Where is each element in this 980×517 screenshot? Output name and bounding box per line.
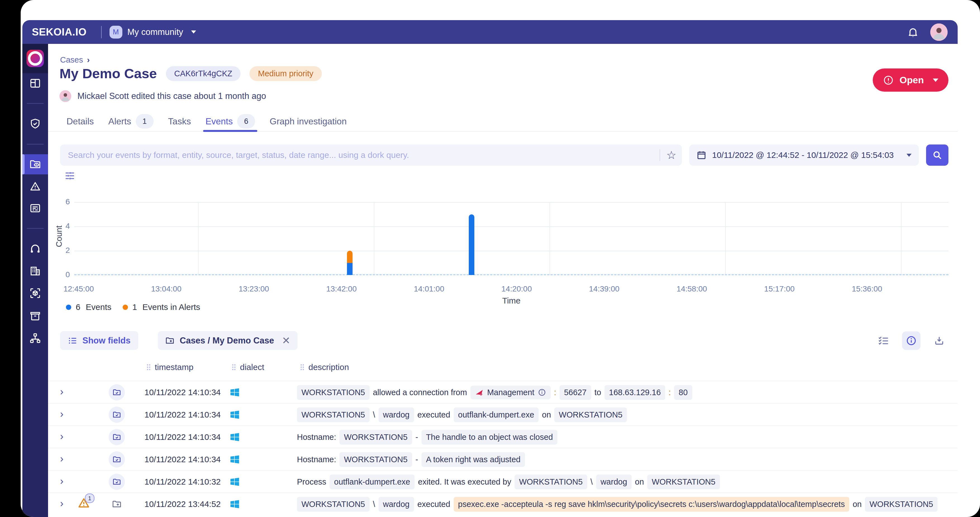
priority-badge: Medium priority — [250, 66, 321, 81]
notifications-bell-icon[interactable] — [907, 26, 919, 38]
editor-avatar — [59, 90, 71, 102]
event-field-chip[interactable]: WORKSTATION5 — [297, 497, 370, 512]
event-field-chip[interactable]: WORKSTATION5 — [297, 407, 370, 422]
add-to-case-folder-icon[interactable] — [112, 499, 122, 509]
chart-legend: 6 Events 1 Events in Alerts — [66, 302, 200, 312]
sidebar-item-organization[interactable] — [22, 261, 48, 281]
entity-chip[interactable]: Management — [471, 386, 550, 399]
select-events-button[interactable] — [874, 332, 892, 350]
export-events-button[interactable] — [930, 332, 948, 350]
event-field-chip[interactable]: WORKSTATION5 — [554, 407, 627, 422]
description-text: to — [595, 388, 601, 397]
event-field-chip[interactable]: WORKSTATION5 — [339, 430, 412, 445]
table-row[interactable]: › 10/11/2022 14:10:34 WORKSTATION5allowe… — [48, 381, 958, 404]
tab-events-active[interactable]: Events6 — [205, 112, 255, 131]
event-field-chip[interactable]: wardog — [379, 407, 414, 422]
chart-filter-button[interactable] — [64, 170, 75, 181]
date-range-picker[interactable]: 10/11/2022 @ 12:44:52 - 10/11/2022 @ 15:… — [689, 145, 919, 166]
sidebar-item-intelligence[interactable] — [22, 114, 48, 134]
favorite-star-icon[interactable]: ☆ — [666, 150, 676, 161]
event-field-chip[interactable]: WORKSTATION5 — [339, 452, 412, 467]
user-avatar[interactable] — [930, 24, 948, 41]
expand-row-chevron[interactable]: › — [60, 499, 64, 509]
x-axis-baseline — [74, 274, 948, 275]
drag-handle-icon[interactable] — [300, 364, 304, 370]
search-input[interactable] — [67, 150, 654, 160]
community-avatar: M — [110, 26, 123, 38]
sidebar-item-rules[interactable] — [22, 198, 48, 218]
headset-icon — [29, 243, 41, 255]
column-header-description[interactable]: description — [300, 362, 349, 372]
highlighted-command-chip[interactable]: psexec.exe -accepteula -s reg save hklm\… — [454, 497, 850, 512]
drag-handle-icon[interactable] — [146, 364, 151, 370]
event-field-chip[interactable]: outflank-dumpert.exe — [454, 407, 539, 422]
scope-filter-label: Cases / My Demo Case — [180, 336, 274, 346]
search-divider — [660, 149, 660, 161]
event-field-chip[interactable]: outflank-dumpert.exe — [329, 474, 415, 489]
expand-row-chevron[interactable]: › — [60, 431, 64, 442]
column-header-dialect[interactable]: dialect — [232, 362, 264, 372]
breadcrumb-cases-link[interactable]: Cases — [60, 55, 83, 65]
event-field-chip[interactable]: WORKSTATION5 — [515, 474, 587, 489]
chart-bar-13:44[interactable] — [347, 251, 353, 275]
event-field-chip[interactable]: 168.63.129.16 — [605, 385, 665, 400]
description-text: : — [668, 388, 671, 397]
table-row[interactable]: › 10/11/2022 14:10:34 Hostname:WORKSTATI… — [48, 448, 958, 471]
alert-triangle-icon — [29, 180, 41, 193]
sekoia-o-logo[interactable] — [27, 50, 44, 67]
event-field-chip[interactable]: The handle to an object was closed — [422, 430, 558, 445]
community-selector[interactable]: M My community — [110, 26, 196, 38]
table-row[interactable]: › 10/11/2022 14:10:34 Hostname:WORKSTATI… — [48, 425, 958, 448]
event-field-chip[interactable]: WORKSTATION5 — [297, 385, 370, 400]
scope-filter-chip[interactable]: Cases / My Demo Case ✕ — [158, 331, 298, 350]
legend-events[interactable]: 6 Events — [66, 302, 111, 312]
sidebar-item-archive[interactable] — [22, 306, 48, 326]
event-field-chip[interactable]: wardog — [596, 474, 632, 489]
event-field-chip[interactable]: WORKSTATION5 — [647, 474, 720, 489]
alert-warning-icon[interactable]: 1 — [77, 496, 93, 512]
drag-handle-icon[interactable] — [232, 364, 236, 370]
search-submit-button[interactable] — [926, 145, 948, 166]
expand-row-chevron[interactable]: › — [60, 409, 64, 419]
close-icon[interactable]: ✕ — [282, 336, 290, 346]
event-field-chip[interactable]: A token right was adjusted — [422, 452, 525, 467]
x-tick: 13:23:00 — [239, 284, 269, 294]
legend-events-in-alerts[interactable]: 1 Events in Alerts — [123, 302, 200, 312]
expand-row-chevron[interactable]: › — [60, 387, 64, 397]
sidebar-item-alerts[interactable] — [22, 176, 48, 196]
tab-details[interactable]: Details — [67, 112, 94, 131]
case-folder-icon — [109, 429, 125, 445]
case-folder-icon — [109, 451, 125, 468]
table-row[interactable]: › 10/11/2022 14:10:34 WORKSTATION5\wardo… — [48, 403, 958, 426]
tab-alerts[interactable]: Alerts1 — [108, 112, 154, 131]
events-count-badge: 6 — [237, 114, 255, 129]
sidebar-item-cases-active[interactable] — [22, 154, 48, 174]
expand-row-chevron[interactable]: › — [60, 476, 64, 486]
x-axis-label: Time — [74, 296, 948, 305]
description-text: - — [415, 432, 418, 442]
active-accent-bar — [22, 154, 25, 174]
table-row[interactable]: › 10/11/2022 14:10:32 Processoutflank-du… — [48, 470, 958, 493]
event-field-chip[interactable]: WORKSTATION5 — [865, 497, 937, 512]
tab-graph-investigation[interactable]: Graph investigation — [270, 112, 347, 131]
event-field-chip[interactable]: wardog — [379, 497, 414, 512]
case-status-button[interactable]: Open — [873, 69, 948, 92]
breadcrumb[interactable]: Cases › — [60, 55, 90, 65]
event-field-chip[interactable]: 80 — [674, 385, 692, 400]
sidebar-item-integrations[interactable] — [22, 328, 48, 348]
table-row[interactable]: › 1 10/11/2022 13:44:52 WORKSTATION5\war… — [48, 492, 958, 515]
column-header-timestamp[interactable]: timestamp — [146, 362, 193, 372]
event-details-button[interactable] — [902, 332, 921, 350]
event-field-chip[interactable]: 56627 — [560, 385, 591, 400]
topbar-divider — [101, 26, 102, 38]
show-fields-button[interactable]: Show fields — [60, 331, 138, 350]
sidebar-item-dashboards[interactable] — [22, 73, 48, 93]
sidebar-item-hunting[interactable] — [22, 239, 48, 259]
tab-tasks[interactable]: Tasks — [168, 112, 191, 131]
chart-bar-14:10[interactable] — [469, 214, 474, 275]
sidebar-item-sandbox[interactable] — [22, 283, 48, 303]
events-table-body: › 10/11/2022 14:10:34 WORKSTATION5allowe… — [48, 381, 958, 517]
gridline — [198, 202, 199, 275]
alert-count-badge: 1 — [85, 493, 94, 503]
expand-row-chevron[interactable]: › — [60, 454, 64, 464]
